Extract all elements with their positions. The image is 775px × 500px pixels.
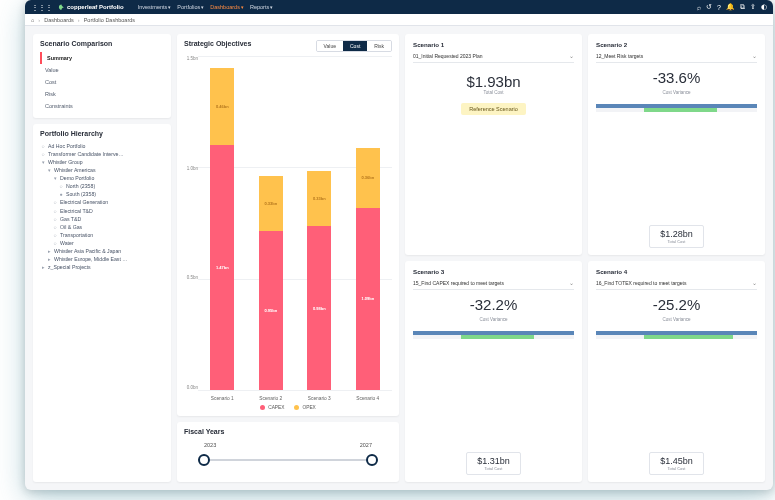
reference-scenario-tag: Reference Scenario: [461, 103, 526, 115]
chart-tabs: Value Cost Risk: [316, 40, 392, 52]
share-icon[interactable]: ⇪: [750, 3, 756, 11]
scomp-item-value[interactable]: Value: [40, 64, 164, 76]
bar-stack: 0.46bn1.47bn: [210, 56, 234, 390]
chart-title: Strategic Objectives: [184, 40, 251, 47]
portfolio-hierarchy-title: Portfolio Hierarchy: [40, 130, 164, 137]
fy-end-label: 2027: [360, 442, 372, 448]
scenario-card-3: Scenario 315_Find CAPEX required to meet…: [405, 261, 582, 482]
total-cost-value: $1.93bn: [413, 73, 574, 90]
nav-dashboards[interactable]: Dashboards▾: [210, 4, 244, 10]
chevron-down-icon: ⌄: [569, 52, 574, 59]
scomp-item-cost[interactable]: Cost: [40, 76, 164, 88]
total-cost-box: $1.45bnTotal Cost: [649, 452, 704, 475]
variance-value: -32.2%: [413, 296, 574, 313]
crumb-page: Portfolio Dashboards: [84, 17, 135, 23]
fiscal-years-title: Fiscal Years: [184, 428, 392, 435]
strategic-objectives-panel: Strategic Objectives Value Cost Risk 1.5…: [177, 34, 399, 416]
tree-item[interactable]: ▾Whistler Americas: [40, 166, 164, 174]
scenario-comparison-title: Scenario Comparison: [40, 40, 164, 47]
card-title: Scenario 2: [596, 41, 757, 48]
chevron-down-icon: ⌄: [752, 52, 757, 59]
scomp-item-constraints[interactable]: Constraints: [40, 100, 164, 112]
total-cost-box: $1.28bnTotal Cost: [649, 225, 704, 248]
nav-investments[interactable]: Investments▾: [138, 4, 172, 10]
fiscal-year-slider[interactable]: [204, 454, 372, 466]
card-title: Scenario 3: [413, 268, 574, 275]
chevron-down-icon: ⌄: [569, 279, 574, 286]
tree-item[interactable]: ▾Demo Portfolio: [40, 174, 164, 182]
scenario-select[interactable]: 15_Find CAPEX required to meet targets⌄: [413, 279, 574, 290]
scenario-comparison-panel: Scenario Comparison SummaryValueCostRisk…: [33, 34, 171, 118]
external-icon[interactable]: ⧉: [740, 3, 745, 11]
slider-handle-end[interactable]: [366, 454, 378, 466]
fiscal-years-panel: Fiscal Years 2023 2027: [177, 422, 399, 482]
tree-item[interactable]: ○Ad Hoc Portfolio: [40, 142, 164, 150]
tab-cost[interactable]: Cost: [343, 41, 367, 51]
card-title: Scenario 1: [413, 41, 574, 48]
tab-risk[interactable]: Risk: [367, 41, 391, 51]
variance-value: -25.2%: [596, 296, 757, 313]
leaf-icon: [58, 4, 65, 11]
scenario-card-1: Scenario 101_Initial Requested 2023 Plan…: [405, 34, 582, 255]
variance-value: -33.6%: [596, 69, 757, 86]
fy-start-label: 2023: [204, 442, 216, 448]
tab-value[interactable]: Value: [317, 41, 343, 51]
tree-item[interactable]: ○Water: [40, 239, 164, 247]
crumb-dashboards[interactable]: Dashboards: [44, 17, 74, 23]
variance-bar: [596, 331, 757, 339]
main-nav: Investments▾ Portfolios▾ Dashboards▾ Rep…: [138, 4, 274, 10]
scenario-select[interactable]: 01_Initial Requested 2023 Plan⌄: [413, 52, 574, 63]
tree-item[interactable]: ●South (2358): [40, 190, 164, 198]
scomp-item-risk[interactable]: Risk: [40, 88, 164, 100]
chevron-down-icon: ⌄: [752, 279, 757, 286]
tree-item[interactable]: ○Electrical T&D: [40, 207, 164, 215]
home-icon[interactable]: ⌂: [31, 17, 34, 23]
portfolio-hierarchy-panel: Portfolio Hierarchy ○Ad Hoc Portfolio○Tr…: [33, 124, 171, 482]
slider-handle-start[interactable]: [198, 454, 210, 466]
scenario-select[interactable]: 16_Find TOTEX required to meet targets⌄: [596, 279, 757, 290]
scomp-item-summary[interactable]: Summary: [40, 52, 164, 64]
bar-stack: 0.33bn0.98bn: [307, 56, 331, 390]
scenario-card-4: Scenario 416_Find TOTEX required to meet…: [588, 261, 765, 482]
scenario-card-2: Scenario 212_Meet Risk targets⌄-33.6%Cos…: [588, 34, 765, 255]
brand: copperleaf Portfolio: [58, 4, 124, 11]
tree-item[interactable]: ○Oil & Gas: [40, 223, 164, 231]
tree-item[interactable]: ▸z_Special Projects: [40, 263, 164, 271]
variance-bar: [596, 104, 757, 112]
search-icon[interactable]: ⌕: [697, 4, 701, 11]
apps-icon[interactable]: ⋮⋮⋮: [31, 3, 52, 12]
total-cost-box: $1.31bnTotal Cost: [466, 452, 521, 475]
bar-stack: 0.36bn1.09bn: [356, 56, 380, 390]
tree-item[interactable]: ▸Whistler Europe, Middle East …: [40, 255, 164, 263]
tree-item[interactable]: ○Electrical Generation: [40, 198, 164, 206]
bar-stack: 0.33bn0.95bn: [259, 56, 283, 390]
chart-legend: CAPEX OPEX: [184, 405, 392, 410]
bell-icon[interactable]: 🔔: [726, 3, 735, 11]
breadcrumb: ⌂› Dashboards› Portfolio Dashboards: [25, 14, 773, 26]
history-icon[interactable]: ↺: [706, 3, 712, 11]
tree-item[interactable]: ○North (2358): [40, 182, 164, 190]
card-title: Scenario 4: [596, 268, 757, 275]
nav-portfolios[interactable]: Portfolios▾: [177, 4, 204, 10]
user-icon[interactable]: ◐: [761, 3, 767, 11]
tree-item[interactable]: ○Transformer Candidate Interve…: [40, 150, 164, 158]
help-icon[interactable]: ?: [717, 4, 721, 11]
tree-item[interactable]: ○Transportation: [40, 231, 164, 239]
variance-bar: [413, 331, 574, 339]
tree-item[interactable]: ▾Whistler Group: [40, 158, 164, 166]
nav-reports[interactable]: Reports▾: [250, 4, 273, 10]
scenario-select[interactable]: 12_Meet Risk targets⌄: [596, 52, 757, 63]
chart-body: 1.5bn1.0bn0.5bn0.0bn 0.46bn1.47bn0.33bn0…: [184, 56, 392, 410]
top-bar: ⋮⋮⋮ copperleaf Portfolio Investments▾ Po…: [25, 0, 773, 14]
tree-item[interactable]: ▸Whistler Asia Pacific & Japan: [40, 247, 164, 255]
tree-item[interactable]: ○Gas T&D: [40, 215, 164, 223]
